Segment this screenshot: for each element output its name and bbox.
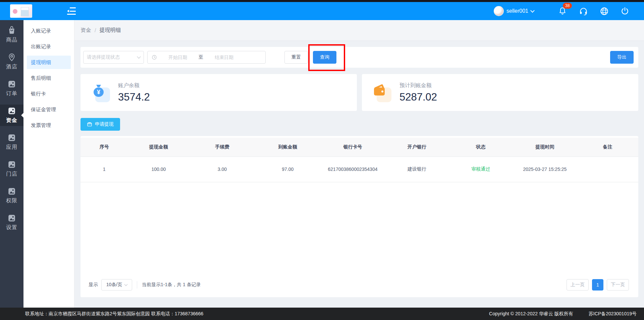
submenu-item-aftersale-details[interactable]: 售后明细 — [27, 71, 71, 85]
footer-copyright: Copyright © 2012-2022 华睿云 版权所有 — [489, 311, 573, 317]
withdrawals-table-card: 序号 提现金额 手续费 到账金额 银行卡号 开户银行 状态 提现时间 备注 — [80, 136, 638, 297]
prev-page-button[interactable]: 上一页 — [567, 279, 589, 291]
fold-menu-icon[interactable] — [67, 7, 76, 15]
power-icon — [621, 7, 629, 15]
money-bag-icon: ¥ — [91, 83, 110, 102]
submenu-item-income-records[interactable]: 入账记录 — [27, 24, 71, 38]
apply-withdraw-label: 申请提现 — [95, 121, 114, 127]
page-size-value: 10条/页 — [106, 282, 122, 288]
image-icon — [7, 214, 16, 222]
support-button[interactable] — [573, 7, 594, 16]
cell-withdraw-time: 2025-03-27 15:25:25 — [513, 156, 577, 182]
chevron-down-icon — [137, 55, 141, 58]
account-balance-card: ¥ 账户余额 3574.2 — [80, 74, 357, 111]
top-navbar: seller001 38 — [0, 2, 644, 20]
cell-bank-card-no: 6217003860002354304 — [320, 156, 385, 182]
submenu-item-withdrawal-details[interactable]: 提现明细 — [27, 56, 71, 69]
sidebar-item-goods[interactable]: 商品 — [0, 24, 23, 46]
image-icon — [7, 107, 16, 115]
col-remark: 备注 — [577, 138, 638, 156]
user-menu[interactable]: seller001 — [494, 6, 534, 16]
breadcrumb-separator: / — [95, 27, 96, 34]
submenu-item-outgoing-records[interactable]: 出账记录 — [27, 40, 71, 53]
sidebar-item-apps[interactable]: 应用 — [0, 131, 23, 153]
sidebar-item-orders[interactable]: 订单 — [0, 78, 23, 99]
show-label: 显示 — [89, 282, 98, 288]
sidebar-item-label: 商品 — [6, 37, 17, 44]
withdrawals-table: 序号 提现金额 手续费 到账金额 银行卡号 开户银行 状态 提现时间 备注 — [80, 138, 638, 182]
next-page-button[interactable]: 下一页 — [607, 279, 629, 291]
divider — [137, 281, 137, 289]
footer-contact: 联系地址：南京市栖霞区马群街道紫东路2号紫东国际创意园 联系电话：1736873… — [25, 311, 203, 317]
image-icon — [7, 160, 16, 169]
breadcrumb-current: 提现明细 — [99, 27, 121, 34]
image-icon — [7, 187, 16, 196]
sidebar-item-label: 设置 — [6, 224, 17, 231]
sidebar-item-label: 资金 — [6, 117, 17, 124]
chevron-down-icon — [124, 283, 128, 286]
date-to-label: 至 — [199, 54, 203, 60]
user-name: seller001 — [506, 8, 528, 14]
cell-arrival-amount: 97.00 — [255, 156, 320, 182]
breadcrumb: 资金 / 提现明细 — [74, 20, 644, 41]
start-date-input[interactable] — [159, 55, 197, 60]
page-size-select[interactable]: 10条/页 — [101, 279, 132, 291]
col-bank: 开户银行 — [385, 138, 449, 156]
footer: 联系地址：南京市栖霞区马群街道紫东路2号紫东国际创意园 联系电话：1736873… — [0, 308, 644, 320]
table-header-row: 序号 提现金额 手续费 到账金额 银行卡号 开户银行 状态 提现时间 备注 — [80, 138, 638, 156]
pagination-info: 当前显示1-1条，共 1 条记录 — [142, 282, 201, 288]
sidebar-item-settings[interactable]: 设置 — [0, 212, 23, 233]
cell-remark — [577, 156, 638, 182]
logout-button[interactable] — [614, 7, 635, 15]
cell-index: 1 — [80, 156, 128, 182]
sidebar-item-permissions[interactable]: 权限 — [0, 185, 23, 206]
col-arrival-amount: 到账金额 — [255, 138, 320, 156]
funds-submenu: 入账记录 出账记录 提现明细 售后明细 银行卡 保证金管理 发票管理 — [23, 20, 74, 308]
col-bank-card-no: 银行卡号 — [320, 138, 385, 156]
date-range-picker[interactable]: 至 — [147, 51, 266, 64]
clock-icon — [152, 55, 157, 60]
notification-badge: 38 — [563, 3, 572, 9]
sidebar-item-funds[interactable]: 资金 — [0, 105, 23, 126]
submenu-item-deposit-management[interactable]: 保证金管理 — [27, 103, 71, 116]
reset-button[interactable]: 重置 — [284, 51, 308, 64]
submenu-item-invoice-management[interactable]: 发票管理 — [27, 119, 71, 132]
fold-arrow — [67, 10, 69, 12]
col-status: 状态 — [449, 138, 513, 156]
fold-bar-top — [70, 7, 76, 8]
apply-withdraw-button[interactable]: 申请提现 — [80, 118, 120, 131]
cell-bank: 建设银行 — [385, 156, 449, 182]
pagination-bar: 显示 10条/页 当前显示1-1条，共 1 条记录 上一页 1 下一页 — [80, 279, 638, 297]
page-number-button[interactable]: 1 — [592, 279, 603, 291]
expected-amount-value: 5287.02 — [399, 91, 437, 103]
fold-bar-bottom — [67, 14, 76, 15]
sidebar-item-hotel[interactable]: 酒店 — [0, 51, 23, 72]
pin-icon — [7, 53, 16, 62]
col-fee: 手续费 — [189, 138, 255, 156]
account-balance-value: 3574.2 — [118, 91, 150, 103]
withdraw-status-placeholder: 请选择提现状态 — [87, 54, 120, 60]
language-button[interactable] — [594, 7, 614, 16]
sidebar-item-label: 应用 — [6, 144, 17, 151]
svg-text:¥: ¥ — [97, 89, 100, 95]
image-icon — [7, 133, 16, 142]
sidebar-item-label: 门店 — [6, 171, 17, 178]
col-index: 序号 — [80, 138, 128, 156]
submenu-item-bank-cards[interactable]: 银行卡 — [27, 87, 71, 101]
notifications-button[interactable]: 38 — [552, 7, 573, 15]
sidebar-item-stores[interactable]: 门店 — [0, 158, 23, 180]
search-button[interactable]: 查询 — [313, 51, 336, 64]
sidebar-item-label: 权限 — [6, 197, 17, 204]
export-button[interactable]: 导出 — [610, 51, 634, 64]
logo[interactable] — [10, 4, 32, 18]
table-row: 1 100.00 3.00 97.00 6217003860002354304 … — [80, 156, 638, 182]
cell-fee: 3.00 — [189, 156, 255, 182]
bag-icon — [7, 26, 16, 35]
end-date-input[interactable] — [205, 55, 243, 60]
breadcrumb-parent[interactable]: 资金 — [80, 27, 91, 34]
cell-withdraw-amount: 100.00 — [128, 156, 189, 182]
expected-amount-card: 预计到账金额 5287.02 — [362, 74, 638, 111]
headset-icon — [579, 7, 588, 16]
filter-toolbar: 请选择提现状态 至 重置 查询 — [80, 47, 638, 68]
withdraw-status-select[interactable]: 请选择提现状态 — [83, 51, 144, 64]
